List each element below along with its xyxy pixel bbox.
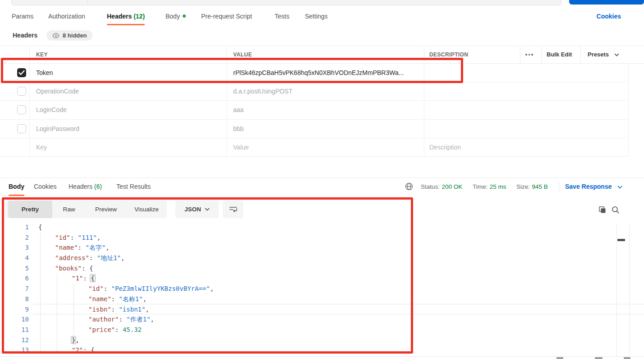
- response-tab-headers[interactable]: Headers (6): [69, 178, 102, 195]
- row-checkbox[interactable]: [17, 124, 26, 133]
- tab-settings[interactable]: Settings: [305, 9, 328, 24]
- tab-params[interactable]: Params: [12, 9, 33, 24]
- tab-label: Pre-request Script: [201, 13, 252, 20]
- table-row[interactable]: LoginPasswordbbb: [0, 120, 644, 138]
- tab-tests[interactable]: Tests: [275, 9, 290, 24]
- more-options-icon[interactable]: [525, 46, 533, 64]
- row-key[interactable]: LoginCode: [36, 101, 67, 119]
- response-body-json[interactable]: 1{2"id": "111",3"name": "名字",4"address":…: [0, 222, 644, 355]
- row-value[interactable]: aaa: [233, 101, 244, 119]
- view-option-pretty[interactable]: Pretty: [8, 200, 52, 218]
- cookies-link[interactable]: Cookies: [597, 9, 621, 24]
- send-button[interactable]: [569, 0, 644, 5]
- row-checkbox[interactable]: [17, 105, 26, 114]
- headers-section-label: Headers: [13, 30, 37, 41]
- line-number[interactable]: 4: [0, 253, 29, 263]
- row-checkbox[interactable]: [17, 68, 26, 77]
- line-number[interactable]: 1: [0, 222, 29, 233]
- hidden-headers-badge[interactable]: 8 hidden: [46, 30, 92, 41]
- table-row[interactable]: TokenrPlSk46zpCBaH5vPK68hq5xN0XBhVODnEJz…: [0, 64, 644, 82]
- code-line: 10"author": "作者1",: [0, 314, 644, 325]
- tab-count: (6): [92, 183, 102, 190]
- line-content: "id": "111",: [55, 233, 101, 243]
- view-option-raw[interactable]: Raw: [52, 200, 86, 218]
- row-value[interactable]: d.a.r.postUsingPOST: [233, 82, 293, 101]
- response-tab-body[interactable]: Body: [9, 178, 24, 195]
- response-tab-cookies[interactable]: Cookies: [34, 178, 57, 195]
- tab-authorization[interactable]: Authorization: [48, 9, 85, 24]
- line-number[interactable]: 11: [0, 325, 29, 335]
- column-header-value: VALUE: [233, 46, 252, 64]
- row-key[interactable]: Key: [36, 138, 47, 157]
- line-number[interactable]: 5: [0, 263, 29, 274]
- line-number[interactable]: 3: [0, 242, 29, 253]
- code-line: 8"name": "名称1",: [0, 294, 644, 304]
- bulk-edit-button[interactable]: Bulk Edit: [547, 46, 572, 64]
- tab-body[interactable]: Body: [166, 9, 186, 24]
- row-description[interactable]: Description: [429, 138, 461, 157]
- line-number[interactable]: 10: [0, 314, 29, 325]
- tab-label: Params: [12, 13, 33, 20]
- line-number[interactable]: 2: [0, 233, 29, 243]
- line-content: "1": {: [72, 273, 95, 284]
- view-option-preview[interactable]: Preview: [86, 200, 126, 218]
- tab-label: Authorization: [48, 13, 85, 20]
- row-checkbox[interactable]: [17, 87, 26, 96]
- column-divider: [541, 46, 542, 64]
- code-line: 6"1": {: [0, 273, 644, 284]
- row-value[interactable]: Value: [233, 138, 249, 157]
- network-globe-icon[interactable]: [405, 182, 413, 192]
- wrap-lines-button[interactable]: [223, 200, 243, 218]
- response-tabs: BodyCookiesHeaders (6)Test Results: [0, 178, 316, 196]
- cell-divider: [424, 138, 424, 157]
- cell-divider: [628, 138, 629, 157]
- footer-icon[interactable]: [595, 357, 603, 359]
- row-key[interactable]: Token: [36, 64, 53, 82]
- tab-label: Cookies: [34, 183, 57, 190]
- scrollbar-handle[interactable]: [617, 239, 625, 241]
- line-content: "price": 45.32: [88, 325, 142, 335]
- line-number[interactable]: 7: [0, 284, 29, 294]
- tab-pre-request-script[interactable]: Pre-request Script: [201, 9, 252, 24]
- save-response-button[interactable]: Save Response: [565, 181, 622, 192]
- column-divider: [226, 46, 227, 64]
- code-line: 12},: [0, 335, 644, 345]
- row-key[interactable]: OperationCode: [36, 82, 79, 101]
- line-number[interactable]: 12: [0, 335, 29, 345]
- table-row[interactable]: LoginCodeaaa: [0, 101, 644, 119]
- hidden-headers-count: 8 hidden: [63, 32, 87, 39]
- line-content: "address": "地址1",: [55, 253, 124, 263]
- cell-divider: [29, 138, 30, 157]
- request-tabs: ParamsAuthorizationHeaders (12)BodyPre-r…: [0, 9, 644, 25]
- chevron-down-icon: [617, 186, 622, 189]
- url-input[interactable]: [11, 0, 561, 5]
- view-option-visualize[interactable]: Visualize: [126, 200, 167, 218]
- column-header-description: DESCRIPTION: [429, 46, 468, 64]
- row-key[interactable]: LoginPassword: [36, 120, 79, 138]
- line-number[interactable]: 8: [0, 294, 29, 304]
- footer-icon[interactable]: [557, 357, 563, 359]
- line-number[interactable]: 6: [0, 273, 29, 284]
- language-dropdown[interactable]: JSON: [175, 200, 219, 218]
- tab-headers[interactable]: Headers (12): [107, 9, 145, 24]
- cell-divider: [628, 101, 629, 119]
- line-number[interactable]: 9: [0, 304, 29, 315]
- presets-dropdown[interactable]: Presets: [588, 46, 619, 64]
- line-number[interactable]: 13: [0, 345, 29, 355]
- copy-icon[interactable]: [598, 205, 607, 216]
- table-row[interactable]: KeyValueDescription: [0, 138, 644, 157]
- response-tab-test-results[interactable]: Test Results: [116, 178, 151, 195]
- search-icon[interactable]: [612, 206, 620, 216]
- code-line: 5"books": {: [0, 263, 644, 274]
- cell-divider: [424, 101, 424, 119]
- row-value[interactable]: bbb: [233, 120, 244, 138]
- row-value[interactable]: rPlSk46zpCBaH5vPK68hq5xN0XBhVODnEJzMmPBR…: [233, 64, 404, 82]
- code-line: 1{: [0, 222, 644, 233]
- footer-icon[interactable]: [624, 357, 630, 359]
- code-line: 2"id": "111",: [0, 233, 644, 243]
- code-line: 3"name": "名字",: [0, 242, 644, 253]
- scrollbar-track: [629, 224, 630, 356]
- tab-label: Body: [9, 183, 24, 190]
- active-tab-underline: [107, 24, 145, 25]
- table-row[interactable]: OperationCoded.a.r.postUsingPOST: [0, 82, 644, 101]
